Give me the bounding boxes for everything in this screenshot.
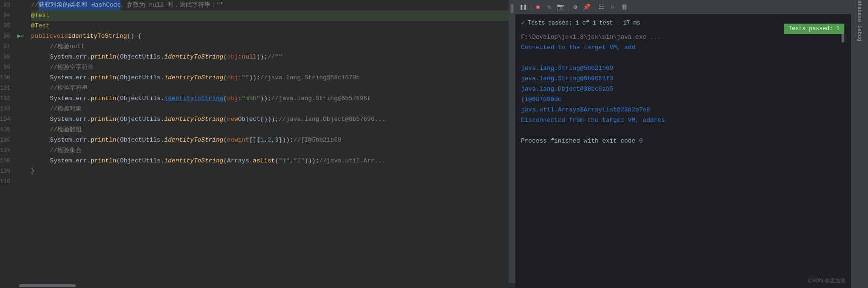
code-panel: 93 94 95 96 97 98 99 100 101 102 103 104… bbox=[0, 0, 515, 288]
output-line-blank1 bbox=[521, 53, 845, 63]
sort-btn[interactable]: ≡ bbox=[608, 3, 617, 11]
gutter-106 bbox=[14, 135, 27, 145]
camera-btn[interactable]: 📷 bbox=[556, 3, 565, 11]
stop-btn[interactable]: ■ bbox=[534, 3, 542, 11]
line-num-93: 93 bbox=[0, 0, 14, 10]
line-num-108: 108 bbox=[0, 156, 14, 166]
line-num-105: 105 bbox=[0, 125, 14, 135]
run-test-icon[interactable]: ▶ bbox=[17, 31, 21, 42]
sidebar-icon-database[interactable]: Database bbox=[852, 3, 867, 16]
code-line-99: //检验空字符串 bbox=[31, 62, 509, 73]
output-line-arr1: [I@687080dc bbox=[521, 94, 845, 105]
code-line-101: //检验字符串 bbox=[31, 83, 509, 93]
code-line-98: System .err. println ( ObjectUtils . ide… bbox=[31, 52, 509, 62]
output-line-connected: Connected to the target VM, add bbox=[521, 42, 845, 53]
code-line-107: //检验集合 bbox=[31, 145, 509, 156]
gutter: ▶ ↺ bbox=[14, 0, 27, 283]
check-icon: ✓ bbox=[521, 18, 525, 28]
code-line-96: public void identityToString () { bbox=[31, 31, 509, 42]
gutter-97 bbox=[14, 42, 27, 52]
gutter-104 bbox=[14, 114, 27, 125]
line-num-97: 97 bbox=[0, 42, 14, 52]
delete-btn[interactable]: 🗑 bbox=[620, 3, 628, 11]
gutter-99 bbox=[14, 62, 27, 73]
output-line-exit: Process finished with exit code 0 bbox=[521, 136, 845, 146]
gutter-102 bbox=[14, 93, 27, 104]
gutter-109 bbox=[14, 166, 27, 177]
line-num-95: 95 bbox=[0, 21, 14, 31]
gutter-107 bbox=[14, 145, 27, 156]
gutter-108 bbox=[14, 156, 27, 166]
line-num-103: 103 bbox=[0, 104, 14, 114]
line-num-104: 104 bbox=[0, 114, 14, 125]
output-line-list1: java.util.Arrays$ArrayList@23d2a7e8 bbox=[521, 105, 845, 115]
settings-btn[interactable]: ⚙ bbox=[571, 3, 580, 11]
output-line-blank2 bbox=[521, 126, 845, 136]
gutter-96-run[interactable]: ▶ ↺ bbox=[14, 31, 27, 42]
horizontal-scrollbar[interactable] bbox=[0, 283, 515, 288]
output-line-disconnected: Disconnected from the target VM, addres bbox=[521, 115, 845, 126]
layout-btn[interactable]: ☵ bbox=[597, 3, 606, 11]
output-line-str2: java.lang.String@6b9651f3 bbox=[521, 74, 845, 84]
gutter-95 bbox=[14, 21, 27, 31]
code-content[interactable]: // 获取对象的类名和 HashCode。参数为 null 时，返回字符串：""… bbox=[27, 0, 509, 283]
rerun-btn[interactable]: ✎ bbox=[545, 3, 554, 11]
line-num-94: 94 bbox=[0, 10, 14, 21]
tests-passed-label: Tests passed: 1 of 1 test – 17 ms bbox=[528, 18, 640, 28]
vertical-scrollbar[interactable] bbox=[509, 0, 515, 283]
divider3 bbox=[594, 3, 594, 11]
line-num-109: 109 bbox=[0, 166, 14, 177]
gutter-103 bbox=[14, 104, 27, 114]
right-sidebar: Database Debug bbox=[851, 0, 868, 288]
code-line-103: //检验对象 bbox=[31, 104, 509, 114]
gutter-101 bbox=[14, 83, 27, 93]
code-line-106: System .err. println ( ObjectUtils . ide… bbox=[31, 135, 509, 145]
pause-btn[interactable]: ❚❚ bbox=[519, 3, 528, 11]
gutter-100 bbox=[14, 73, 27, 83]
divider2 bbox=[568, 3, 568, 11]
sidebar-icon-debug[interactable]: Debug bbox=[852, 26, 867, 40]
divider bbox=[530, 3, 531, 11]
code-line-95: @Test bbox=[31, 21, 509, 31]
code-line-105: //检验数组 bbox=[31, 125, 509, 135]
code-line-97: //检验null bbox=[31, 42, 509, 52]
gutter-98 bbox=[14, 52, 27, 62]
output-content: ✓ Tests passed: 1 of 1 test – 17 ms F:\D… bbox=[515, 14, 851, 288]
line-num-102: 102 bbox=[0, 93, 14, 104]
line-num-99: 99 bbox=[0, 62, 14, 73]
tests-passed-tooltip: Tests passed: 1 bbox=[784, 24, 844, 34]
code-line-104: System .err. println ( ObjectUtils . ide… bbox=[31, 114, 509, 125]
line-num-96: 96 bbox=[0, 31, 14, 42]
output-panel: ❚❚ ■ ✎ 📷 ⚙ 📌 ☵ ≡ 🗑 ✓ Tests passed: 1 of … bbox=[515, 0, 851, 288]
code-line-108: System .err. println ( ObjectUtils . ide… bbox=[31, 156, 509, 166]
code-line-110 bbox=[31, 177, 509, 187]
line-num-100: 100 bbox=[0, 73, 14, 83]
line-num-98: 98 bbox=[0, 52, 14, 62]
code-line-109: } bbox=[31, 166, 509, 177]
pin-btn[interactable]: 📌 bbox=[582, 3, 591, 11]
output-line-str1: java.lang.String@5bb21b69 bbox=[521, 63, 845, 74]
line-num-101: 101 bbox=[0, 83, 14, 93]
output-line-obj1: java.lang.Object@38bc8ab5 bbox=[521, 84, 845, 94]
code-line-102: System .err. println ( ObjectUtils . ide… bbox=[31, 93, 509, 104]
gutter-94 bbox=[14, 10, 27, 21]
h-scrollbar-thumb[interactable] bbox=[19, 284, 76, 287]
code-line-100: System .err. println ( ObjectUtils . ide… bbox=[31, 73, 509, 83]
output-toolbar: ❚❚ ■ ✎ 📷 ⚙ 📌 ☵ ≡ 🗑 bbox=[515, 0, 851, 14]
line-num-107: 107 bbox=[0, 145, 14, 156]
scrollbar-thumb[interactable] bbox=[511, 4, 513, 13]
code-line-94: @Test bbox=[31, 10, 509, 21]
line-num-106: 106 bbox=[0, 135, 14, 145]
code-line-93: // 获取对象的类名和 HashCode。参数为 null 时，返回字符串："" bbox=[31, 0, 509, 10]
line-num-110: 110 bbox=[0, 177, 14, 187]
gutter-110 bbox=[14, 177, 27, 187]
rerun-icon[interactable]: ↺ bbox=[21, 31, 24, 42]
gutter-93 bbox=[14, 0, 27, 10]
gutter-105 bbox=[14, 125, 27, 135]
watermark: CSDN @孟浩浪 bbox=[808, 277, 845, 284]
line-numbers: 93 94 95 96 97 98 99 100 101 102 103 104… bbox=[0, 0, 14, 283]
